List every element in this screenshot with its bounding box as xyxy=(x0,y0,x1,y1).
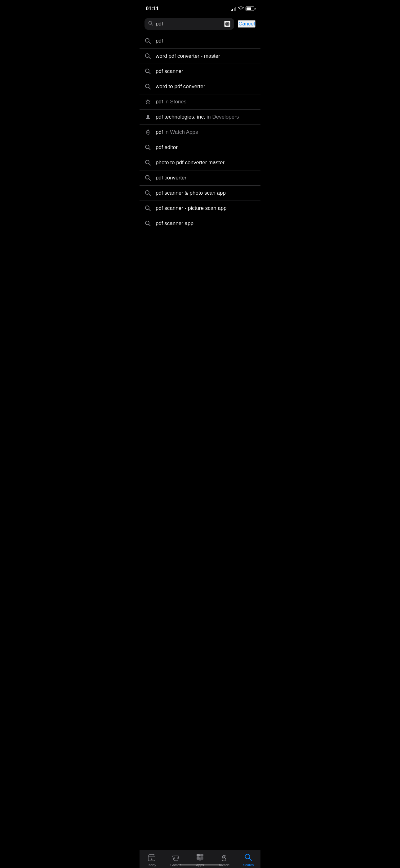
suggestion-text: pdf xyxy=(156,38,163,44)
suggestion-item[interactable]: pdf technologies, inc. in Developers xyxy=(139,110,261,125)
suggestion-item[interactable]: pdf scanner - picture scan app xyxy=(139,201,261,216)
suggestion-text: pdf technologies, inc. in Developers xyxy=(156,114,239,120)
svg-point-13 xyxy=(147,115,149,117)
search-icon xyxy=(144,205,151,212)
svg-line-25 xyxy=(149,164,151,165)
suggestion-item[interactable]: pdf scanner & photo scan app xyxy=(139,186,261,201)
svg-point-9 xyxy=(145,69,149,73)
cancel-button[interactable]: Cancel xyxy=(238,20,256,28)
svg-point-5 xyxy=(145,38,149,42)
stories-icon xyxy=(144,98,151,105)
suggestion-text: pdf in Watch Apps xyxy=(156,129,198,135)
svg-point-30 xyxy=(145,206,149,210)
search-icon xyxy=(144,68,151,75)
suggestion-item[interactable]: word pdf converter - master xyxy=(139,49,261,64)
svg-line-6 xyxy=(149,42,151,43)
wifi-icon xyxy=(238,6,244,11)
search-icon xyxy=(144,37,151,44)
search-icon xyxy=(148,21,153,27)
watch-icon xyxy=(144,129,151,136)
search-icon xyxy=(144,190,151,196)
status-icons xyxy=(231,6,254,11)
svg-line-31 xyxy=(149,209,151,211)
person-icon xyxy=(144,114,151,120)
status-bar: 01:11 xyxy=(139,0,261,16)
suggestion-text: pdf scanner xyxy=(156,68,183,74)
svg-line-27 xyxy=(149,179,151,180)
suggestion-item[interactable]: pdf in Stories xyxy=(139,94,261,110)
search-clear-button[interactable] xyxy=(224,21,230,27)
suggestion-item[interactable]: word to pdf converter xyxy=(139,79,261,94)
search-icon xyxy=(144,53,151,60)
svg-line-8 xyxy=(149,57,151,59)
search-icon xyxy=(144,144,151,151)
svg-line-1 xyxy=(152,24,153,26)
svg-point-24 xyxy=(145,160,149,164)
signal-icon xyxy=(231,6,236,11)
suggestion-text: pdf in Stories xyxy=(156,99,186,105)
svg-line-29 xyxy=(149,194,151,195)
status-time: 01:11 xyxy=(146,6,159,12)
search-icon xyxy=(144,220,151,227)
suggestion-item[interactable]: pdf in Watch Apps xyxy=(139,125,261,140)
search-bar-container: pdf Cancel xyxy=(139,16,261,34)
suggestion-text: pdf converter xyxy=(156,175,186,181)
suggestion-text: word pdf converter - master xyxy=(156,53,220,59)
search-icon xyxy=(144,159,151,166)
suggestion-text: pdf scanner - picture scan app xyxy=(156,205,227,211)
suggestion-item[interactable]: photo to pdf converter master xyxy=(139,155,261,170)
battery-icon xyxy=(245,6,254,11)
svg-point-32 xyxy=(145,221,149,225)
suggestion-text: pdf editor xyxy=(156,144,178,151)
suggestion-text: pdf scanner & photo scan app xyxy=(156,190,226,196)
svg-line-33 xyxy=(149,224,151,226)
svg-point-22 xyxy=(145,145,149,149)
suggestion-item[interactable]: pdf scanner app xyxy=(139,216,261,231)
svg-point-7 xyxy=(145,54,149,57)
search-icon xyxy=(144,175,151,181)
suggestion-item[interactable]: pdf converter xyxy=(139,170,261,186)
suggestion-item[interactable]: pdf xyxy=(139,34,261,49)
svg-line-10 xyxy=(149,72,151,74)
svg-line-12 xyxy=(149,88,151,89)
suggestion-text: photo to pdf converter master xyxy=(156,160,225,166)
svg-point-11 xyxy=(145,84,149,88)
suggestions-list: pdf word pdf converter - master pdf scan… xyxy=(139,34,261,231)
search-input-wrapper[interactable]: pdf xyxy=(144,18,234,30)
svg-line-23 xyxy=(149,148,151,150)
suggestion-text: word to pdf converter xyxy=(156,84,205,90)
search-input[interactable]: pdf xyxy=(156,21,222,27)
suggestion-item[interactable]: pdf editor xyxy=(139,140,261,155)
suggestion-item[interactable]: pdf scanner xyxy=(139,64,261,79)
suggestion-text: pdf scanner app xyxy=(156,220,194,227)
svg-point-26 xyxy=(145,176,149,179)
search-icon xyxy=(144,83,151,90)
svg-point-28 xyxy=(145,191,149,194)
